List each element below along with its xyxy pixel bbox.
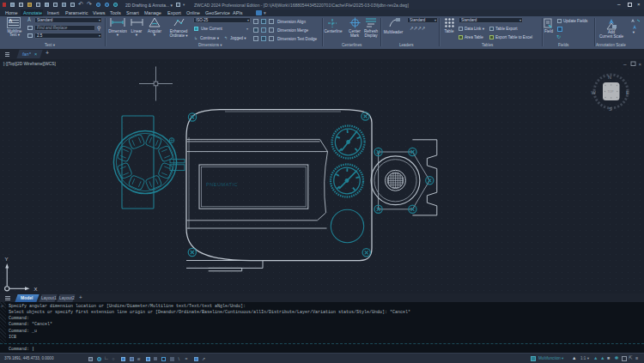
svg-text:PNEUMATIC: PNEUMATIC [206,182,238,187]
svg-text:E: E [626,90,629,95]
svg-text:[-][Top][2D Wireframe][WCS]: [-][Top][2D Wireframe][WCS] [3,62,56,66]
svg-text:W: W [592,90,597,95]
svg-text:N: N [608,75,611,80]
svg-text:×: × [639,62,642,67]
svg-text:TOP: TOP [608,90,615,94]
svg-text:S: S [609,106,612,112]
svg-text:Y: Y [5,257,9,262]
svg-text:X: X [34,287,38,292]
svg-text:–: – [623,61,627,67]
